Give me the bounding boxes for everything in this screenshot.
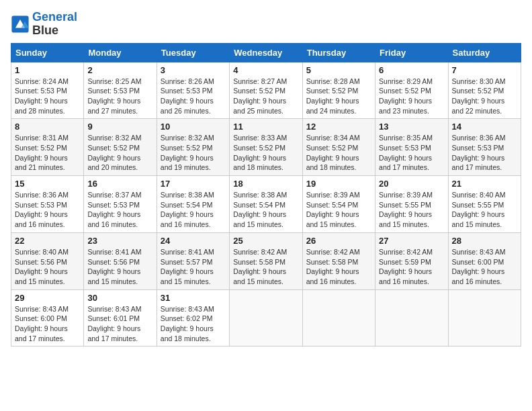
calendar-cell: 8Sunrise: 8:31 AMSunset: 5:52 PMDaylight… <box>11 119 84 176</box>
weekday-header-friday: Friday <box>375 43 448 62</box>
calendar-week-5: 29Sunrise: 8:43 AMSunset: 6:00 PMDayligh… <box>11 289 521 347</box>
weekday-header-saturday: Saturday <box>448 43 521 62</box>
calendar-cell <box>448 289 521 347</box>
day-info: Sunrise: 8:43 AMSunset: 6:00 PMDaylight:… <box>452 247 517 287</box>
day-number: 22 <box>15 236 80 246</box>
calendar-cell: 6Sunrise: 8:29 AMSunset: 5:52 PMDaylight… <box>375 62 448 119</box>
calendar-week-3: 15Sunrise: 8:36 AMSunset: 5:53 PMDayligh… <box>11 176 521 233</box>
calendar-cell: 4Sunrise: 8:27 AMSunset: 5:52 PMDaylight… <box>230 62 302 119</box>
calendar-cell: 22Sunrise: 8:40 AMSunset: 5:56 PMDayligh… <box>11 232 84 289</box>
day-info: Sunrise: 8:42 AMSunset: 5:59 PMDaylight:… <box>379 247 444 287</box>
day-number: 13 <box>379 122 444 132</box>
day-number: 1 <box>15 65 80 75</box>
logo-text: GeneralBlue <box>32 11 77 38</box>
day-info: Sunrise: 8:32 AMSunset: 5:52 PMDaylight:… <box>161 133 226 173</box>
calendar-cell: 29Sunrise: 8:43 AMSunset: 6:00 PMDayligh… <box>11 289 84 347</box>
day-info: Sunrise: 8:39 AMSunset: 5:54 PMDaylight:… <box>306 190 371 230</box>
day-info: Sunrise: 8:33 AMSunset: 5:52 PMDaylight:… <box>233 133 298 173</box>
calendar-cell: 28Sunrise: 8:43 AMSunset: 6:00 PMDayligh… <box>448 232 521 289</box>
weekday-header-tuesday: Tuesday <box>157 43 229 62</box>
day-number: 16 <box>87 179 152 189</box>
calendar-cell: 2Sunrise: 8:25 AMSunset: 5:53 PMDaylight… <box>84 62 157 119</box>
day-number: 23 <box>87 236 152 246</box>
day-info: Sunrise: 8:29 AMSunset: 5:52 PMDaylight:… <box>379 77 444 116</box>
calendar-table: SundayMondayTuesdayWednesdayThursdayFrid… <box>11 43 521 347</box>
page-header: GeneralBlue <box>11 11 521 38</box>
day-info: Sunrise: 8:42 AMSunset: 5:58 PMDaylight:… <box>233 247 298 287</box>
day-info: Sunrise: 8:34 AMSunset: 5:52 PMDaylight:… <box>306 133 371 173</box>
calendar-cell: 25Sunrise: 8:42 AMSunset: 5:58 PMDayligh… <box>230 232 302 289</box>
day-number: 14 <box>452 122 517 132</box>
calendar-cell: 31Sunrise: 8:43 AMSunset: 6:02 PMDayligh… <box>157 289 229 347</box>
day-number: 29 <box>15 293 80 303</box>
calendar-cell: 12Sunrise: 8:34 AMSunset: 5:52 PMDayligh… <box>302 119 375 176</box>
day-info: Sunrise: 8:43 AMSunset: 6:00 PMDaylight:… <box>15 304 80 344</box>
calendar-week-2: 8Sunrise: 8:31 AMSunset: 5:52 PMDaylight… <box>11 119 521 176</box>
day-info: Sunrise: 8:38 AMSunset: 5:54 PMDaylight:… <box>233 190 298 230</box>
day-info: Sunrise: 8:36 AMSunset: 5:53 PMDaylight:… <box>452 133 517 173</box>
day-info: Sunrise: 8:31 AMSunset: 5:52 PMDaylight:… <box>15 133 80 173</box>
day-info: Sunrise: 8:24 AMSunset: 5:53 PMDaylight:… <box>15 77 80 116</box>
day-number: 26 <box>306 236 371 246</box>
calendar-cell: 13Sunrise: 8:35 AMSunset: 5:53 PMDayligh… <box>375 119 448 176</box>
calendar-cell: 11Sunrise: 8:33 AMSunset: 5:52 PMDayligh… <box>230 119 302 176</box>
calendar-cell: 9Sunrise: 8:32 AMSunset: 5:52 PMDaylight… <box>84 119 157 176</box>
day-number: 10 <box>161 122 226 132</box>
day-number: 6 <box>379 65 444 75</box>
day-info: Sunrise: 8:25 AMSunset: 5:53 PMDaylight:… <box>87 77 152 116</box>
calendar-cell: 20Sunrise: 8:39 AMSunset: 5:55 PMDayligh… <box>375 176 448 233</box>
calendar-cell: 26Sunrise: 8:42 AMSunset: 5:58 PMDayligh… <box>302 232 375 289</box>
calendar-cell: 3Sunrise: 8:26 AMSunset: 5:53 PMDaylight… <box>157 62 229 119</box>
day-number: 17 <box>161 179 226 189</box>
day-number: 18 <box>233 179 298 189</box>
logo-icon <box>11 15 30 34</box>
day-info: Sunrise: 8:37 AMSunset: 5:53 PMDaylight:… <box>87 190 152 230</box>
day-info: Sunrise: 8:32 AMSunset: 5:52 PMDaylight:… <box>87 133 152 173</box>
day-info: Sunrise: 8:38 AMSunset: 5:54 PMDaylight:… <box>161 190 226 230</box>
calendar-cell: 17Sunrise: 8:38 AMSunset: 5:54 PMDayligh… <box>157 176 229 233</box>
day-info: Sunrise: 8:40 AMSunset: 5:56 PMDaylight:… <box>15 247 80 287</box>
weekday-header-monday: Monday <box>84 43 157 62</box>
day-number: 24 <box>161 236 226 246</box>
day-info: Sunrise: 8:30 AMSunset: 5:52 PMDaylight:… <box>452 77 517 116</box>
calendar-cell: 15Sunrise: 8:36 AMSunset: 5:53 PMDayligh… <box>11 176 84 233</box>
calendar-cell: 21Sunrise: 8:40 AMSunset: 5:55 PMDayligh… <box>448 176 521 233</box>
calendar-cell: 16Sunrise: 8:37 AMSunset: 5:53 PMDayligh… <box>84 176 157 233</box>
day-number: 31 <box>161 293 226 303</box>
calendar-cell: 1Sunrise: 8:24 AMSunset: 5:53 PMDaylight… <box>11 62 84 119</box>
calendar-cell: 5Sunrise: 8:28 AMSunset: 5:52 PMDaylight… <box>302 62 375 119</box>
calendar-cell: 19Sunrise: 8:39 AMSunset: 5:54 PMDayligh… <box>302 176 375 233</box>
day-number: 7 <box>452 65 517 75</box>
calendar-cell: 18Sunrise: 8:38 AMSunset: 5:54 PMDayligh… <box>230 176 302 233</box>
calendar-cell: 14Sunrise: 8:36 AMSunset: 5:53 PMDayligh… <box>448 119 521 176</box>
day-info: Sunrise: 8:36 AMSunset: 5:53 PMDaylight:… <box>15 190 80 230</box>
day-info: Sunrise: 8:42 AMSunset: 5:58 PMDaylight:… <box>306 247 371 287</box>
day-info: Sunrise: 8:43 AMSunset: 6:01 PMDaylight:… <box>87 304 152 344</box>
day-number: 9 <box>87 122 152 132</box>
day-number: 3 <box>161 65 226 75</box>
calendar-cell <box>302 289 375 347</box>
day-info: Sunrise: 8:28 AMSunset: 5:52 PMDaylight:… <box>306 77 371 116</box>
day-info: Sunrise: 8:43 AMSunset: 6:02 PMDaylight:… <box>161 304 226 344</box>
day-info: Sunrise: 8:27 AMSunset: 5:52 PMDaylight:… <box>233 77 298 116</box>
calendar-cell <box>230 289 302 347</box>
calendar-cell <box>375 289 448 347</box>
calendar-cell: 24Sunrise: 8:41 AMSunset: 5:57 PMDayligh… <box>157 232 229 289</box>
calendar-cell: 7Sunrise: 8:30 AMSunset: 5:52 PMDaylight… <box>448 62 521 119</box>
day-info: Sunrise: 8:41 AMSunset: 5:57 PMDaylight:… <box>161 247 226 287</box>
day-info: Sunrise: 8:26 AMSunset: 5:53 PMDaylight:… <box>161 77 226 116</box>
weekday-header-thursday: Thursday <box>302 43 375 62</box>
calendar-cell: 30Sunrise: 8:43 AMSunset: 6:01 PMDayligh… <box>84 289 157 347</box>
day-number: 25 <box>233 236 298 246</box>
day-number: 27 <box>379 236 444 246</box>
day-number: 11 <box>233 122 298 132</box>
day-number: 5 <box>306 65 371 75</box>
weekday-header-row: SundayMondayTuesdayWednesdayThursdayFrid… <box>11 43 521 62</box>
day-number: 4 <box>233 65 298 75</box>
day-number: 15 <box>15 179 80 189</box>
logo: GeneralBlue <box>11 11 77 38</box>
day-number: 20 <box>379 179 444 189</box>
day-number: 2 <box>87 65 152 75</box>
day-info: Sunrise: 8:35 AMSunset: 5:53 PMDaylight:… <box>379 133 444 173</box>
day-number: 30 <box>87 293 152 303</box>
